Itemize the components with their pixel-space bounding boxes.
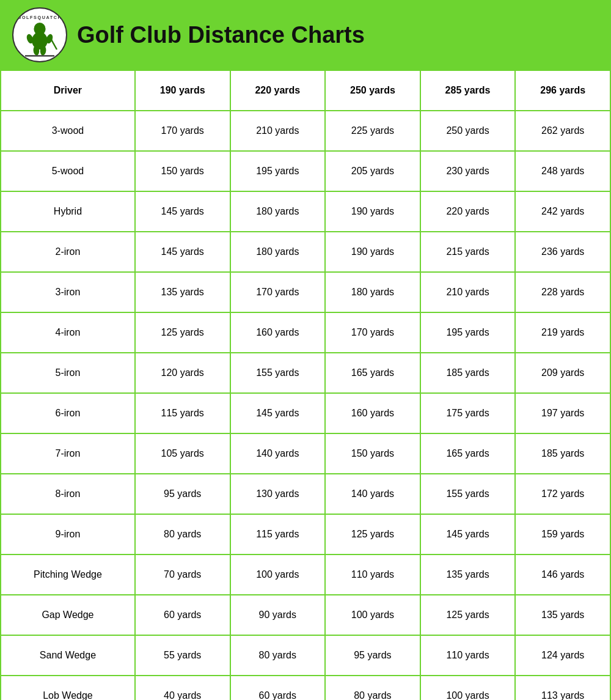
distance-cell: 160 yards	[230, 312, 326, 353]
distance-cell: 115 yards	[135, 393, 230, 433]
table-row: Gap Wedge60 yards90 yards100 yards125 ya…	[1, 595, 610, 635]
distance-cell: 170 yards	[135, 111, 230, 151]
distance-cell: 145 yards	[230, 393, 326, 433]
distance-cell: 146 yards	[515, 554, 610, 595]
distance-cell: 172 yards	[515, 474, 610, 514]
club-name-cell: 5-wood	[1, 151, 135, 191]
distance-cell: 185 yards	[515, 433, 610, 474]
distance-cell: 80 yards	[325, 676, 420, 700]
distance-cell: 60 yards	[135, 595, 230, 635]
distance-cell: 170 yards	[325, 312, 420, 353]
table-container: Driver 190 yards 220 yards 250 yards 285…	[0, 70, 611, 700]
club-name-cell: 8-iron	[1, 474, 135, 514]
logo-container: GOLFSQUATCH	[12, 7, 67, 62]
table-row: 7-iron105 yards140 yards150 yards165 yar…	[1, 433, 610, 474]
club-name-cell: 9-iron	[1, 514, 135, 554]
table-row: Lob Wedge40 yards60 yards80 yards100 yar…	[1, 676, 610, 700]
distance-cell: 195 yards	[420, 312, 516, 353]
distance-cell: 190 yards	[325, 232, 420, 272]
distance-cell: 230 yards	[420, 151, 516, 191]
table-row: 9-iron80 yards115 yards125 yards145 yard…	[1, 514, 610, 554]
distance-cell: 195 yards	[230, 151, 326, 191]
table-row: 3-wood170 yards210 yards225 yards250 yar…	[1, 111, 610, 151]
distance-cell: 100 yards	[420, 676, 516, 700]
distance-cell: 135 yards	[420, 554, 516, 595]
table-row: Sand Wedge55 yards80 yards95 yards110 ya…	[1, 635, 610, 676]
distance-cell: 80 yards	[230, 635, 326, 676]
distance-cell: 120 yards	[135, 353, 230, 393]
distance-cell: 220 yards	[420, 191, 516, 232]
club-name-cell: 4-iron	[1, 312, 135, 353]
club-name-cell: Lob Wedge	[1, 676, 135, 700]
distance-cell: 105 yards	[135, 433, 230, 474]
distance-cell: 215 yards	[420, 232, 516, 272]
distance-cell: 90 yards	[230, 595, 326, 635]
distance-cell: 185 yards	[420, 353, 516, 393]
table-row: 4-iron125 yards160 yards170 yards195 yar…	[1, 312, 610, 353]
distance-cell: 262 yards	[515, 111, 610, 151]
distance-cell: 140 yards	[325, 474, 420, 514]
table-row: 3-iron135 yards170 yards180 yards210 yar…	[1, 272, 610, 312]
distance-cell: 209 yards	[515, 353, 610, 393]
svg-text:GOLFSQUATCH: GOLFSQUATCH	[18, 15, 62, 20]
distance-cell: 125 yards	[325, 514, 420, 554]
logo-circle: GOLFSQUATCH	[12, 7, 67, 62]
distance-cell: 242 yards	[515, 191, 610, 232]
distance-cell: 125 yards	[420, 595, 516, 635]
club-name-cell: Sand Wedge	[1, 635, 135, 676]
distance-cell: 70 yards	[135, 554, 230, 595]
distance-cell: 250 yards	[420, 111, 516, 151]
col-header-3: 250 yards	[325, 70, 420, 111]
col-header-5: 296 yards	[515, 70, 610, 111]
table-header-row: Driver 190 yards 220 yards 250 yards 285…	[1, 70, 610, 111]
distance-cell: 236 yards	[515, 232, 610, 272]
distance-cell: 180 yards	[325, 272, 420, 312]
distance-cell: 210 yards	[420, 272, 516, 312]
distance-cell: 225 yards	[325, 111, 420, 151]
table-row: 5-wood150 yards195 yards205 yards230 yar…	[1, 151, 610, 191]
table-row: 5-iron120 yards155 yards165 yards185 yar…	[1, 353, 610, 393]
distance-cell: 150 yards	[135, 151, 230, 191]
club-name-cell: 2-iron	[1, 232, 135, 272]
club-name-cell: 7-iron	[1, 433, 135, 474]
distance-cell: 165 yards	[325, 353, 420, 393]
table-row: 2-iron145 yards180 yards190 yards215 yar…	[1, 232, 610, 272]
club-name-cell: Pitching Wedge	[1, 554, 135, 595]
distance-cell: 219 yards	[515, 312, 610, 353]
distance-cell: 159 yards	[515, 514, 610, 554]
distance-cell: 95 yards	[325, 635, 420, 676]
distance-cell: 135 yards	[515, 595, 610, 635]
distance-cell: 135 yards	[135, 272, 230, 312]
distance-cell: 130 yards	[230, 474, 326, 514]
distance-cell: 110 yards	[325, 554, 420, 595]
distance-cell: 100 yards	[230, 554, 326, 595]
distance-cell: 175 yards	[420, 393, 516, 433]
distance-cell: 100 yards	[325, 595, 420, 635]
distance-cell: 140 yards	[230, 433, 326, 474]
distance-cell: 165 yards	[420, 433, 516, 474]
col-header-1: 190 yards	[135, 70, 230, 111]
club-name-cell: Hybrid	[1, 191, 135, 232]
distance-cell: 125 yards	[135, 312, 230, 353]
distance-cell: 190 yards	[325, 191, 420, 232]
distance-cell: 210 yards	[230, 111, 326, 151]
logo-svg: GOLFSQUATCH	[15, 10, 64, 59]
col-header-4: 285 yards	[420, 70, 516, 111]
distance-cell: 55 yards	[135, 635, 230, 676]
distance-cell: 180 yards	[230, 191, 326, 232]
col-header-club: Driver	[1, 70, 135, 111]
club-name-cell: 3-wood	[1, 111, 135, 151]
distance-cell: 110 yards	[420, 635, 516, 676]
distance-cell: 155 yards	[230, 353, 326, 393]
distance-cell: 155 yards	[420, 474, 516, 514]
club-name-cell: 6-iron	[1, 393, 135, 433]
table-row: Hybrid145 yards180 yards190 yards220 yar…	[1, 191, 610, 232]
header: GOLFSQUATCH Golf Club Distance Charts	[0, 0, 611, 70]
page-title: Golf Club Distance Charts	[77, 22, 365, 48]
distance-cell: 124 yards	[515, 635, 610, 676]
distance-cell: 113 yards	[515, 676, 610, 700]
table-row: 6-iron115 yards145 yards160 yards175 yar…	[1, 393, 610, 433]
distance-table: Driver 190 yards 220 yards 250 yards 285…	[0, 70, 611, 700]
distance-cell: 95 yards	[135, 474, 230, 514]
distance-cell: 197 yards	[515, 393, 610, 433]
